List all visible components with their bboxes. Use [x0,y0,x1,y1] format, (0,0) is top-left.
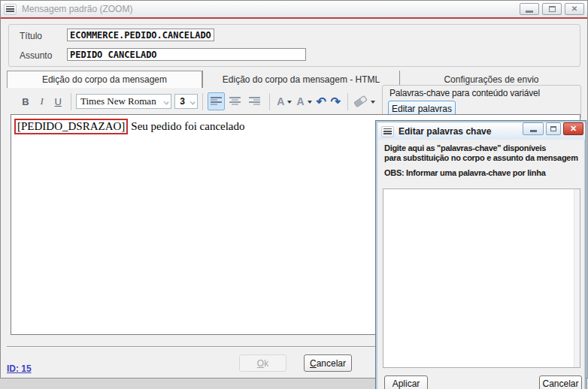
undo-icon: ↶ [316,95,326,109]
cancel-button-accel: C [310,358,317,369]
dialog-close-button[interactable]: ✕ [563,122,583,135]
keywords-panel-label: Palavras-chave para conteúdo variável [389,88,540,98]
highlight-color-button[interactable]: A [294,93,314,110]
font-size-select[interactable]: 3 [174,94,198,109]
cancel-button-rest: ancelar [317,358,346,369]
align-right-icon [249,96,261,107]
toolbar-separator [269,93,270,110]
highlight-letter: A [296,95,304,107]
font-color-button[interactable]: A [274,93,294,110]
font-size-value: 3 [175,96,185,107]
clear-formatting-button[interactable] [353,93,377,110]
font-color-letter: A [277,95,284,107]
dialog-instruction-line1: Digite aqui as "palavras-chave" disponív… [384,143,546,152]
dialog-minimize-button[interactable] [523,122,544,135]
ok-button-accel: O [257,358,264,369]
titlebar-accent-line [1,17,587,19]
ok-button[interactable]: Ok [239,354,286,372]
dropdown-caret-icon [287,101,292,104]
redo-icon: ↷ [330,95,340,109]
maximize-icon [550,126,556,131]
hamburger-icon [383,128,392,134]
bold-button[interactable]: B [17,93,34,110]
system-menu-button[interactable] [381,126,394,137]
align-right-button[interactable] [246,92,263,110]
maximize-button[interactable] [542,3,562,15]
textarea-scrollbar[interactable] [574,189,580,367]
assunto-input[interactable] [67,48,306,61]
hamburger-icon [6,6,14,12]
align-center-icon [229,96,241,107]
tab-edicao-corpo-mensagem[interactable]: Edição do corpo da mensagem [7,71,202,88]
undo-button[interactable]: ↶ [314,93,329,110]
redo-button[interactable]: ↷ [329,93,343,110]
desktop: Mensagem padrão (ZOOM) ✕ Título Assunto … [0,0,588,389]
align-left-icon [211,96,223,107]
minimize-icon [530,130,537,132]
chevron-down-icon [189,99,195,105]
align-left-button[interactable] [208,92,225,110]
dialog-note: OBS: Informar uma palavra-chave por linh… [384,168,545,177]
editor-text: Seu pedido foi cancelado [131,120,244,132]
close-icon: ✕ [570,125,577,133]
edit-keywords-dialog: Editar palavras chave ✕ Digite aqui as "… [375,120,586,389]
keywords-textarea[interactable] [383,188,580,368]
dialog-cancel-button[interactable]: Cancelar [539,375,582,389]
minimize-button[interactable] [520,3,539,15]
main-window-title: Mensagem padrão (ZOOM) [22,4,132,14]
toolbar-separator [71,93,71,110]
toolbar-separator [347,93,348,110]
maximize-icon [549,6,556,12]
system-menu-button[interactable] [4,4,17,15]
dialog-instruction-line2: para substituição no corpo e assunto da … [384,153,578,162]
eraser-icon [353,95,368,107]
cancel-button[interactable]: Cancelar [304,354,352,372]
close-icon: ✕ [571,5,577,13]
main-titlebar: Mensagem padrão (ZOOM) ✕ [1,1,587,17]
titulo-input[interactable] [67,29,214,41]
toolbar-separator [202,93,203,110]
titulo-label: Título [20,31,42,41]
underline-button[interactable]: U [50,93,66,110]
chevron-down-icon [164,99,170,105]
record-id-link[interactable]: ID: 15 [7,363,32,374]
richtext-toolbar: B I U Times New Roman 3 [7,89,377,114]
dropdown-caret-icon [308,101,312,104]
dialog-maximize-button[interactable] [546,122,561,135]
minimize-icon [526,11,533,13]
ok-button-rest: k [264,358,268,369]
align-center-button[interactable] [226,92,244,110]
apply-button[interactable]: Aplicar [384,375,428,389]
font-family-value: Times New Roman [77,95,156,107]
dialog-title: Editar palavras chave [399,126,491,137]
font-family-select[interactable]: Times New Roman [76,94,171,109]
italic-button[interactable]: I [34,93,50,110]
message-header-group: Título Assunto [8,24,580,67]
dropdown-caret-icon [371,101,375,104]
assunto-label: Assunto [20,50,52,61]
tab-edicao-corpo-mensagem-html[interactable]: Edição do corpo da mensagem - HTML [202,71,399,88]
keyword-token: [PEDIDO_DSRAZAO] [14,119,128,134]
close-button[interactable]: ✕ [565,3,584,15]
